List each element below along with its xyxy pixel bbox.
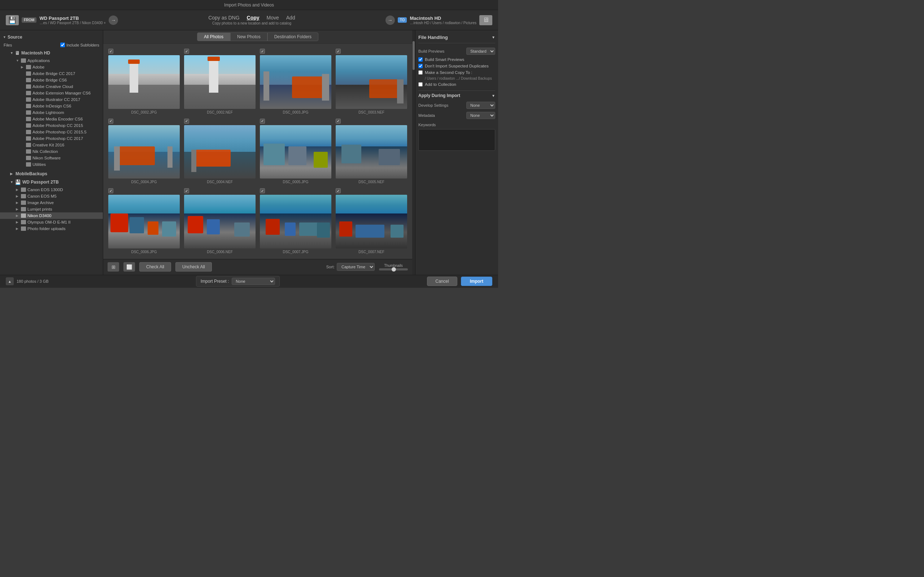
photo-thumb-6[interactable] [184,125,255,179]
to-arrow-button[interactable]: → [386,16,395,25]
indesign-item[interactable]: Adobe InDesign CS6 [0,103,103,109]
photo-checkbox-9[interactable] [108,188,113,193]
lightroom-folder-icon [26,110,31,115]
utilities-item[interactable]: Utilities [0,161,103,168]
lightroom-item[interactable]: Adobe Lightroom [0,109,103,116]
illustrator-item[interactable]: Adobe Illustrator CC 2017 [0,96,103,103]
include-subfolders[interactable]: Include Subfolders [60,43,99,47]
canon-m5-label: Canon EOS M5 [27,194,57,198]
dont-import-duplicates-label[interactable]: Don't Import Suspected Duplicates [418,64,489,68]
photo-thumb-9[interactable] [108,195,180,248]
adobe-item[interactable]: ▶ Adobe [0,64,103,70]
grid-view-button[interactable]: ⊞ [108,262,119,272]
photo-thumb-8[interactable] [336,125,407,179]
include-subfolders-checkbox[interactable] [60,43,65,47]
photo-thumb-5[interactable] [108,125,180,179]
bridge-cs6-label: Adobe Bridge CS6 [32,78,67,82]
olympus-item[interactable]: ▶ Olympus OM-D E-M1 II [0,219,103,226]
make-second-copy-label[interactable]: Make a Second Copy To : [418,70,472,75]
ps-2015-item[interactable]: Adobe Photoshop CC 2015 [0,122,103,129]
import-button[interactable]: Import [461,277,492,286]
photo-checkbox-4[interactable] [336,49,341,54]
photo-checkbox-2[interactable] [184,49,189,54]
nikon-d3400-item[interactable]: ▶ Nikon D3400 [0,213,103,219]
add-action[interactable]: Add [286,15,295,21]
creative-cloud-item[interactable]: Adobe Creative Cloud [0,83,103,90]
thumbnail-size-slider[interactable] [379,268,408,271]
photo-checkbox-6[interactable] [184,119,189,124]
cancel-button[interactable]: Cancel [427,277,457,286]
creative-kit-item[interactable]: Creative Kit 2016 [0,142,103,148]
make-second-copy-checkbox[interactable] [418,70,423,75]
wd-passport-item[interactable]: ▼ 💾 WD Passport 2TB [0,178,103,187]
build-smart-previews-label[interactable]: Build Smart Previews [418,57,464,62]
media-encoder-item[interactable]: Adobe Media Encoder CS6 [0,116,103,122]
develop-settings-select[interactable]: None [466,102,495,109]
all-photos-tab[interactable]: All Photos [197,32,230,41]
photo-checkbox-3[interactable] [260,49,265,54]
import-preset-select[interactable]: None [232,278,275,285]
keywords-box[interactable] [418,129,495,151]
photo-thumb-10[interactable] [184,195,255,248]
nikon-software-folder-icon [26,156,31,160]
destination-folders-tab[interactable]: Destination Folders [267,32,318,41]
uncheck-all-button[interactable]: Uncheck All [175,262,212,272]
nik-collection-item[interactable]: Nik Collection [0,148,103,155]
copy-as-dng-action[interactable]: Copy as DNG [208,15,239,21]
photo-filename-10: DSC_0006.NEF [207,250,233,254]
build-previews-select[interactable]: Standard Minimal 1:1 [466,48,495,55]
add-to-collection-label[interactable]: Add to Collection [418,82,456,87]
scrollbar-thumb[interactable] [412,41,415,70]
expand-button[interactable]: ▲ [6,277,14,285]
photo-thumb-7[interactable] [260,125,331,179]
extension-manager-item[interactable]: Adobe Extension Manager CS6 [0,90,103,96]
ps-2017-item[interactable]: Adobe Photoshop CC 2017 [0,135,103,142]
photo-checkbox-5[interactable] [108,119,113,124]
photo-scrollbar[interactable] [412,30,415,275]
photo-thumb-12[interactable] [336,195,407,248]
photo-thumb-1[interactable] [108,55,180,109]
from-arrow-button[interactable]: → [109,16,118,25]
photo-checkbox-12[interactable] [336,188,341,193]
move-action[interactable]: Move [267,15,279,21]
adobe-arrow: ▶ [21,65,24,69]
ps-2015-5-folder-icon [26,130,31,134]
photo-checkbox-1[interactable] [108,49,113,54]
copy-action[interactable]: Copy [247,15,260,21]
mobile-backups-item[interactable]: ▶ MobileBackups [0,170,103,178]
photo-thumb-11[interactable] [260,195,331,248]
new-photos-tab[interactable]: New Photos [230,32,267,41]
source-header[interactable]: ▼ Source [0,33,103,41]
adobe-folder-icon [26,65,31,69]
image-archive-item[interactable]: ▶ Image Archive [0,200,103,206]
photo-thumb-2[interactable] [184,55,255,109]
ps-2015-5-item[interactable]: Adobe Photoshop CC 2015.5 [0,129,103,135]
add-to-collection-checkbox[interactable] [418,82,423,87]
photo-checkbox-11[interactable] [260,188,265,193]
to-label: TO [398,17,407,23]
canon-1300d-item[interactable]: ▶ Canon EOS 1300D [0,187,103,193]
photo-uploads-item[interactable]: ▶ Photo folder uploads [0,226,103,232]
metadata-select[interactable]: None [466,112,495,119]
applications-item[interactable]: ▼ Applications [0,57,103,64]
bridge-cc-2017-item[interactable]: Adobe Bridge CC 2017 [0,70,103,77]
from-label: FROM [22,17,36,23]
photo-thumb-3[interactable] [260,55,331,109]
dont-import-duplicates-checkbox[interactable] [418,64,423,68]
photo-thumb-4[interactable] [336,55,407,109]
lumijet-prints-item[interactable]: ▶ Lumijet prints [0,206,103,213]
photo-checkbox-7[interactable] [260,119,265,124]
canon-m5-item[interactable]: ▶ Canon EOS M5 [0,193,103,200]
photo-checkbox-8[interactable] [336,119,341,124]
macintosh-hd-item[interactable]: ▼ 🖥 Macintosh HD [0,49,103,57]
photo-cell-11: DSC_0007.JPG [258,186,333,256]
sort-select[interactable]: Capture Time File Name Media Type [337,263,375,271]
build-smart-previews-checkbox[interactable] [418,57,423,62]
bridge-cs6-item[interactable]: Adobe Bridge CS6 [0,77,103,83]
left-sidebar: ▼ Source Files Include Subfolders ▼ 🖥 Ma… [0,30,103,275]
nikon-software-item[interactable]: Nikon Software [0,155,103,161]
slider-thumb[interactable] [392,267,396,272]
check-all-button[interactable]: Check All [139,262,171,272]
loupe-view-button[interactable]: ⬜ [123,262,135,272]
photo-checkbox-10[interactable] [184,188,189,193]
